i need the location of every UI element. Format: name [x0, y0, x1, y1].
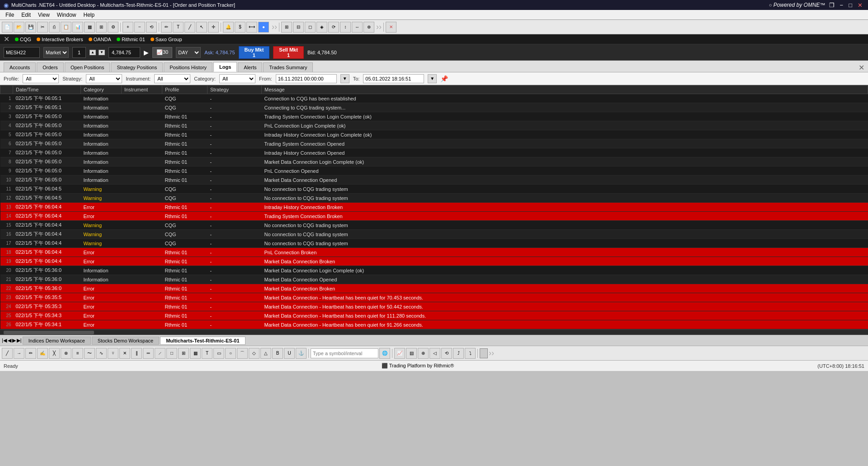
bt-wave[interactable]: 〜 [84, 348, 95, 359]
col-profile[interactable]: Profile [162, 86, 208, 94]
menu-window[interactable]: Window [53, 11, 80, 19]
conn-ib[interactable]: Interactive Brokers [37, 37, 83, 42]
bt-table[interactable]: ▦ [190, 348, 201, 359]
tb-extra2[interactable]: ⊟ [293, 22, 304, 33]
tab-alerts[interactable]: Alerts [238, 62, 262, 72]
table-row[interactable]: 5 022/1/5 下午 06:05:0 Information Rthmic … [0, 130, 868, 139]
table-row[interactable]: 21 022/1/5 下午 05:36:0 Information Rthmic… [0, 275, 868, 284]
toolbar-overflow2[interactable]: ›› [376, 22, 382, 32]
conn-oanda[interactable]: OANDA [89, 37, 111, 42]
bt-rect[interactable]: □ [166, 348, 177, 359]
tab-trades-summary[interactable]: Trades Summary [263, 62, 313, 72]
conn-cqg[interactable]: CQG [15, 37, 31, 42]
tb-chart[interactable]: 📊 [72, 22, 83, 33]
bt-text3[interactable]: T [202, 348, 212, 359]
conn-saxo[interactable]: Saxo Group [151, 37, 182, 42]
tb-cross[interactable]: ✛ [208, 22, 219, 33]
tb-extra3[interactable]: ◻ [305, 22, 316, 33]
maximize-button[interactable]: □ [847, 2, 854, 9]
table-row[interactable]: 19 022/1/5 下午 06:04:4 Error Rthmic 01 - … [0, 257, 868, 266]
tb-save[interactable]: 💾 [25, 22, 36, 33]
table-row[interactable]: 6 022/1/5 下午 06:05:0 Information Rthmic … [0, 139, 868, 148]
from-date-input[interactable] [276, 74, 337, 83]
period-select[interactable]: DAY MIN HOUR [176, 47, 201, 58]
tb-extra6[interactable]: ↕ [340, 22, 351, 33]
table-row[interactable]: 25 022/1/5 下午 05:34:3 Error Rthmic 01 - … [0, 311, 868, 320]
tab-orders[interactable]: Orders [37, 62, 64, 72]
bt-line[interactable]: ╱ [2, 348, 13, 359]
ws-tab-next2[interactable]: ▶ [12, 338, 16, 343]
bt-cross-line2[interactable]: ⊗ [61, 348, 71, 359]
ws-tab-next3[interactable]: ▶| [17, 338, 22, 343]
bt-tline[interactable]: ⟋ [155, 348, 165, 359]
bt-globe[interactable]: 🌐 [379, 348, 390, 359]
bt-wide-btn[interactable] [480, 348, 488, 358]
order-type-select[interactable]: Market Limit Stop [43, 47, 69, 58]
tb-zoom-out[interactable]: − [134, 22, 145, 33]
bt-export[interactable]: ⤴ [453, 348, 464, 359]
bt-sync[interactable]: ⟲ [441, 348, 452, 359]
bt-pencil[interactable]: ✍ [37, 348, 48, 359]
col-strategy[interactable]: Strategy [208, 86, 262, 94]
bt-more2[interactable]: ⊕ [418, 348, 429, 359]
tb-text[interactable]: T [173, 22, 184, 33]
category-filter[interactable]: All [219, 74, 255, 83]
menu-file[interactable]: File [2, 11, 18, 19]
tb-cut[interactable]: ✂ [37, 22, 48, 33]
bt-bold[interactable]: B [272, 348, 283, 359]
bt-grid2[interactable]: ⊞ [178, 348, 189, 359]
col-message[interactable]: Message [262, 86, 868, 94]
instrument-filter[interactable]: All [154, 74, 190, 83]
bt-arc[interactable]: ⌒ [237, 348, 248, 359]
menu-view[interactable]: View [34, 11, 53, 19]
tab-strategy-positions[interactable]: Strategy Positions [111, 62, 163, 72]
tb-copy[interactable]: ⎙ [49, 22, 60, 33]
bt-tri[interactable]: △ [260, 348, 271, 359]
bt-anchor[interactable]: ⚓ [296, 348, 307, 359]
qty-down[interactable]: ▼ [99, 50, 105, 55]
table-row[interactable]: 18 022/1/5 下午 06:04:4 Error Rthmic 01 - … [0, 248, 868, 257]
bt-bars[interactable]: ▤ [406, 348, 417, 359]
col-category[interactable]: Category [81, 86, 122, 94]
table-row[interactable]: 26 022/1/5 下午 05:34:1 Error Rthmic 01 - … [0, 320, 868, 329]
tb-extra5[interactable]: ⟳ [328, 22, 339, 33]
table-row[interactable]: 8 022/1/5 下午 06:05:0 Information Rthmic … [0, 157, 868, 166]
tab-panel-close[interactable]: ✕ [859, 63, 864, 72]
tab-accounts[interactable]: Accounts [4, 62, 36, 72]
minimize-button[interactable]: − [838, 2, 845, 9]
bt-vert[interactable]: ‖ [131, 348, 142, 359]
bt-fib[interactable]: ∿ [96, 348, 107, 359]
ws-tab-rithmic[interactable]: Multicharts-Test-Rithmic-ES-01 [160, 337, 245, 345]
tab-open-positions[interactable]: Open Positions [65, 62, 110, 72]
bt-pen[interactable]: ✏ [25, 348, 36, 359]
pin-icon[interactable]: 📌 [440, 75, 448, 82]
table-row[interactable]: 16 022/1/5 下午 06:04:4 Warning CQG - No c… [0, 230, 868, 239]
ws-tab-stocks[interactable]: Stocks Demo Workspace [92, 337, 159, 345]
quantity-input[interactable] [72, 47, 86, 58]
ws-tab-indices[interactable]: Indices Demo Workspace [23, 337, 91, 345]
conn-close[interactable]: ✕ [4, 35, 9, 43]
buy-market-button[interactable]: Buy Mkt 1 [239, 46, 270, 59]
table-row[interactable]: 2 022/1/5 下午 06:05:1 Information CQG - C… [0, 103, 868, 112]
bt-text2[interactable]: ≡ [72, 348, 83, 359]
table-row[interactable]: 24 022/1/5 下午 05:35:3 Error Rthmic 01 - … [0, 302, 868, 311]
tb-extra7[interactable]: ↔ [352, 22, 363, 33]
close-button[interactable]: ✕ [856, 2, 864, 9]
tb-bar[interactable]: ▦ [84, 22, 95, 33]
bt-diamond[interactable]: ◇ [249, 348, 259, 359]
bt-import[interactable]: ⤵ [465, 348, 476, 359]
tb-close-panel[interactable]: ✕ [386, 22, 396, 33]
tb-extra1[interactable]: ⊞ [281, 22, 292, 33]
table-row[interactable]: 14 022/1/5 下午 06:04:4 Error Rthmic 01 - … [0, 212, 868, 221]
col-datetime[interactable]: Date/Time [13, 86, 81, 94]
bt-arrow[interactable]: → [14, 348, 24, 359]
table-row[interactable]: 9 022/1/5 下午 06:05:0 Information Rthmic … [0, 166, 868, 176]
tb-cursor[interactable]: ↖ [196, 22, 207, 33]
table-row[interactable]: 4 022/1/5 下午 06:05:0 Information Rthmic … [0, 121, 868, 130]
bt-overflow[interactable]: ›› [489, 348, 494, 358]
bt-fork[interactable]: ⑂ [108, 348, 118, 359]
log-table-container[interactable]: Date/Time Category Instrument Profile St… [0, 85, 868, 329]
col-instrument[interactable]: Instrument [122, 86, 162, 94]
tb-connector[interactable]: ⟷ [246, 22, 257, 33]
bt-hline[interactable]: ═ [143, 348, 154, 359]
